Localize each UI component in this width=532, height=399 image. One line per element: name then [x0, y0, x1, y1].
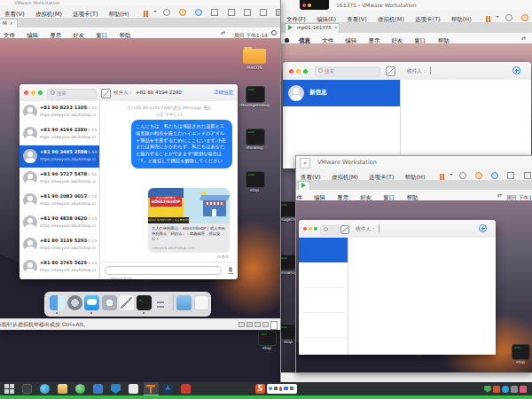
dock-launchpad-icon[interactable] [67, 295, 82, 310]
vmw3-titlebar[interactable]: ✕ VMware Workstation [296, 156, 532, 169]
close-button[interactable] [303, 227, 307, 231]
zoom-button[interactable] [314, 227, 317, 231]
app-blue-icon[interactable] [93, 384, 103, 394]
app-a-icon[interactable]: A [163, 384, 173, 394]
sound-status-icon[interactable] [262, 322, 269, 327]
dock-trash-icon[interactable] [194, 295, 209, 310]
sogou-keyboard-icon[interactable] [284, 387, 288, 390]
sogou-mode-icon[interactable] [269, 387, 272, 390]
vm1-icon-macos-folder[interactable] [243, 49, 266, 64]
dock-folder-icon[interactable] [176, 295, 192, 310]
stretch-guest-icon[interactable] [276, 9, 280, 16]
sogou-mic-icon[interactable] [279, 387, 282, 391]
snapshot-icon[interactable] [459, 172, 466, 179]
audio-message-icon[interactable] [229, 267, 232, 272]
vm-thumbnail-overlay[interactable] [300, 0, 329, 10]
link-card-image[interactable]: 大人の便利商店 ADULTISHOP ADULTISHOP.COM！成人用品便利… [148, 188, 230, 223]
revert-snapshot-icon[interactable] [521, 14, 528, 21]
manage-snapshots-icon[interactable] [195, 9, 202, 16]
pause-dropdown-caret[interactable] [496, 16, 499, 20]
m1-toolbar[interactable]: 搜索 收件人： 收件人： +81 80 4194 2280 详细信息 [20, 84, 238, 102]
edge-browser-icon[interactable] [40, 384, 50, 394]
unity-icon[interactable] [260, 9, 267, 16]
m2-to-cursor[interactable] [430, 66, 431, 74]
vm1-icon-imessagedebug[interactable] [246, 86, 265, 103]
pause-dropdown-caret[interactable] [450, 174, 453, 177]
m3-toolbar[interactable]: 收件人： [299, 220, 496, 239]
m1-compose-button[interactable] [101, 89, 111, 98]
hdd-status-icon[interactable] [239, 322, 245, 327]
m1-search-input[interactable]: 搜索 [47, 89, 97, 99]
snapshot-icon[interactable] [163, 9, 170, 16]
m1-details-link[interactable]: 详细信息 [214, 90, 233, 96]
m3-compose-button[interactable] [340, 225, 349, 234]
m1-to-value[interactable]: +81 80 4194 2280 [136, 90, 182, 95]
file-explorer-icon[interactable] [58, 384, 67, 394]
m2-search-input[interactable]: 搜索 [315, 66, 380, 77]
conversation-row[interactable]: +81 90 3727 5478 下午1:13 https://newyork.… [20, 168, 99, 191]
minimize-button[interactable] [296, 69, 301, 74]
vm1-icon-showlog[interactable] [246, 129, 265, 145]
show-library-icon[interactable] [211, 9, 218, 16]
spotlight-search-icon[interactable] [271, 30, 277, 35]
m3-row-selected[interactable] [299, 238, 348, 262]
revert-snapshot-icon[interactable] [179, 9, 186, 16]
conversation-row[interactable]: +81 90 4838 0620 下午1:13 https://newyork.… [20, 212, 99, 235]
dock-downloads-icon[interactable] [153, 295, 168, 310]
conversation-row[interactable]: +81 80 3745 5625 下午1:13 https://newyork.… [20, 256, 99, 279]
fullscreen-icon[interactable] [244, 9, 251, 16]
dock-terminal-icon[interactable]: >_ [137, 295, 152, 310]
conversation-row[interactable]: +81 90 8233 1105 下午1:14 https://newyork.… [20, 101, 99, 124]
m3-search-input[interactable] [320, 225, 340, 235]
m2-add-recipient-button[interactable] [512, 66, 520, 74]
network-status-icon[interactable] [246, 322, 253, 327]
link-card-text[interactable]: 大人の便利商店 - ADULTISHOP | 成人用品便利商店「紐約店」：因為縝… [148, 223, 230, 253]
tray-app-gray-icon[interactable] [511, 386, 518, 393]
vm1-icon-stop[interactable] [246, 171, 265, 188]
defender-shield-icon[interactable] [111, 384, 121, 394]
host-desktop-shortcut-stop[interactable] [258, 331, 277, 346]
vmw3-close-box[interactable]: ✕ [300, 158, 310, 168]
sogou-logo[interactable]: S [255, 384, 265, 394]
close-button[interactable] [289, 69, 293, 74]
vmw3-vm-tab[interactable] [298, 181, 310, 190]
vmw1-vm-tab[interactable]: M✕ [0, 19, 18, 27]
close-button[interactable] [24, 90, 28, 95]
dock-finder-icon[interactable] [50, 295, 65, 310]
overlay-close-button[interactable] [302, 4, 306, 7]
m2-row-new-message[interactable]: 新信息 [283, 80, 400, 106]
tray-shield-green-icon[interactable] [484, 386, 491, 393]
sogou-pen-icon[interactable] [274, 387, 278, 390]
browser-green-icon[interactable] [75, 384, 85, 394]
vmw1-tab-close-icon[interactable]: ✕ [10, 20, 13, 26]
dock-system-preferences-icon[interactable] [102, 295, 117, 310]
minimize-button[interactable] [309, 227, 312, 231]
vm3-icon-stop[interactable] [512, 344, 530, 360]
tray-app-pink-icon[interactable] [520, 386, 527, 393]
m1-message-input[interactable]: iMessage [105, 266, 222, 275]
show-library-icon[interactable] [507, 172, 514, 179]
manage-snapshots-icon[interactable] [491, 172, 498, 179]
pause-dropdown-caret[interactable] [153, 11, 157, 14]
zoom-button[interactable] [38, 90, 43, 95]
conversation-row[interactable]: +81 90 4194 2280 下午1:13 https://newyork.… [20, 123, 99, 146]
dock-messages-icon[interactable] [84, 295, 99, 310]
console-view-icon[interactable] [524, 172, 531, 179]
overlay-min-button[interactable] [308, 4, 311, 7]
zoom-button[interactable] [303, 69, 308, 74]
usb-status-icon[interactable] [254, 322, 261, 327]
conversation-row-selected[interactable]: +81 90 3445 2506 下午1:13 https://newyork.… [20, 145, 99, 168]
vmware-taskbar-active[interactable] [144, 382, 159, 395]
app-red-icon[interactable] [181, 384, 191, 394]
tray-app-red-icon[interactable] [493, 386, 500, 393]
task-view-icon[interactable] [22, 384, 32, 394]
dock-editor-icon[interactable] [119, 295, 134, 310]
vmw2-vm-tab[interactable]: mp01-161375✕ [285, 23, 340, 33]
revert-snapshot-icon[interactable] [475, 172, 482, 179]
notes-app-icon[interactable] [129, 384, 138, 394]
console-view-icon[interactable] [228, 9, 235, 16]
snapshot-icon[interactable] [505, 14, 512, 21]
message-log-icon[interactable] [270, 321, 278, 330]
m2-compose-button[interactable] [386, 66, 395, 76]
pause-vm-button[interactable] [144, 6, 150, 19]
